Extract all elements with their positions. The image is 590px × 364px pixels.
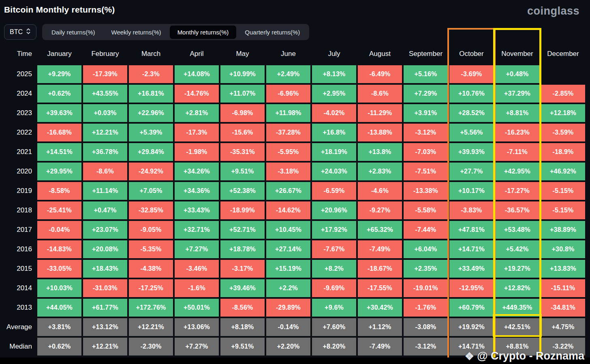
month-column-header: October [449, 46, 494, 62]
return-cell: +5.56% [449, 124, 494, 141]
return-cell: +33.43% [175, 201, 219, 219]
return-cell: -7.49% [358, 338, 402, 355]
return-cell: -7.49% [358, 240, 402, 258]
return-cell: +0.48% [495, 65, 539, 83]
return-cell: +38.89% [541, 221, 585, 239]
tab-quarterly-returns[interactable]: Quarterly returns(%) [237, 26, 308, 39]
return-cell: +9.51% [220, 163, 265, 180]
page: Bitcoin Monthly returns(%) coinglass BTC… [0, 0, 590, 364]
return-cell: +30.42% [358, 299, 402, 317]
return-cell: -18.9% [541, 143, 585, 161]
return-cell: +33.49% [449, 260, 494, 278]
return-cell: +2.95% [312, 85, 356, 103]
return-cell: +27.7% [449, 163, 494, 180]
return-cell: +10.03% [37, 279, 81, 297]
month-column-header: April [175, 46, 219, 62]
return-cell: +14.71% [449, 240, 494, 258]
return-cell: -9.27% [358, 201, 402, 219]
return-cell: -5.15% [541, 201, 585, 219]
return-cell: +5.39% [129, 124, 173, 141]
return-cell: +3.81% [37, 318, 81, 336]
month-column-header: January [37, 46, 81, 62]
return-cell: +17.92% [312, 221, 356, 239]
return-cell: +11.14% [83, 182, 127, 200]
page-header: Bitcoin Monthly returns(%) coinglass [0, 0, 590, 17]
return-cell: +46.92% [541, 163, 585, 180]
return-cell: +39.93% [449, 143, 494, 161]
return-cell: -2.3% [129, 65, 173, 83]
return-cell: -3.18% [266, 163, 310, 180]
return-cell: +15.19% [266, 260, 310, 278]
return-cell: -3.69% [449, 65, 494, 83]
tab-weekly-returns[interactable]: Weekly returns(%) [104, 26, 169, 39]
return-cell: +9.6% [312, 299, 356, 317]
return-cell: +0.62% [37, 338, 81, 355]
month-column-header: August [358, 46, 402, 62]
return-cell: -11.29% [358, 104, 402, 122]
return-cell: -37.28% [266, 124, 310, 141]
return-cell: -18.67% [358, 260, 402, 278]
return-cell: +34.26% [175, 163, 219, 180]
return-cell: +43.55% [83, 85, 127, 103]
return-cell: -8.6% [358, 85, 402, 103]
return-cell: -5.15% [541, 182, 585, 200]
return-cell: -5.35% [129, 240, 173, 258]
return-cell: -1.76% [404, 299, 448, 317]
month-column-header: May [220, 46, 265, 62]
return-cell: +3.91% [404, 104, 448, 122]
return-cell: -7.03% [404, 143, 448, 161]
row-label: 2018 [4, 201, 36, 219]
return-cell: +7.05% [129, 182, 173, 200]
tab-monthly-returns[interactable]: Monthly returns(%) [170, 26, 237, 39]
symbol-selector[interactable]: BTC [4, 24, 36, 40]
return-cell: -16.68% [37, 124, 81, 141]
return-cell: -2.30% [129, 338, 173, 355]
return-cell: -2.85% [541, 85, 585, 103]
return-cell: +52.71% [220, 221, 265, 239]
row-label: 2023 [4, 104, 36, 122]
return-cell: -31.03% [83, 279, 127, 297]
return-cell: -17.55% [358, 279, 402, 297]
return-cell: -17.25% [129, 279, 173, 297]
sort-arrows-icon [26, 28, 31, 36]
return-cell: -0.14% [266, 318, 310, 336]
return-cell: -14.76% [175, 85, 219, 103]
month-column-header: July [312, 46, 356, 62]
return-cell: -6.49% [358, 65, 402, 83]
return-cell: -24.92% [129, 163, 173, 180]
return-cell: -4.02% [312, 104, 356, 122]
return-cell: -3.12% [404, 338, 448, 355]
return-cell: +42.95% [495, 163, 539, 180]
return-cell: +4.75% [541, 318, 585, 336]
return-cell: +24.03% [312, 163, 356, 180]
return-cell: +5.42% [495, 240, 539, 258]
return-cell: +8.2% [312, 260, 356, 278]
return-cell: -8.58% [37, 182, 81, 200]
return-cell: +8.20% [312, 338, 356, 355]
return-cell: -3.46% [175, 260, 219, 278]
return-cell: +14.51% [37, 143, 81, 161]
month-column-header: November [495, 46, 539, 62]
return-cell: +0.03% [83, 104, 127, 122]
page-title: Bitcoin Monthly returns(%) [4, 5, 115, 15]
month-column-header: February [83, 46, 127, 62]
return-cell: +12.21% [83, 338, 127, 355]
returns-tab-group: Daily returns(%) Weekly returns(%) Month… [42, 24, 309, 40]
return-cell: +7.60% [312, 318, 356, 336]
row-label: 2014 [4, 279, 36, 297]
return-cell: -35.31% [220, 143, 265, 161]
return-cell: +16.8% [312, 124, 356, 141]
return-cell: +13.83% [541, 260, 585, 278]
row-label: 2013 [4, 299, 36, 317]
return-cell: +8.18% [220, 318, 265, 336]
return-cell: +449.35% [495, 299, 539, 317]
row-label: 2025 [4, 65, 36, 83]
tab-daily-returns[interactable]: Daily returns(%) [44, 26, 103, 39]
return-cell: -16.23% [495, 124, 539, 141]
return-cell: +18.19% [312, 143, 356, 161]
return-cell: +23.07% [83, 221, 127, 239]
return-cell: +29.84% [129, 143, 173, 161]
return-cell: -7.51% [404, 163, 448, 180]
binance-diamond-icon: ❖ [465, 351, 474, 362]
return-cell: +22.96% [129, 104, 173, 122]
